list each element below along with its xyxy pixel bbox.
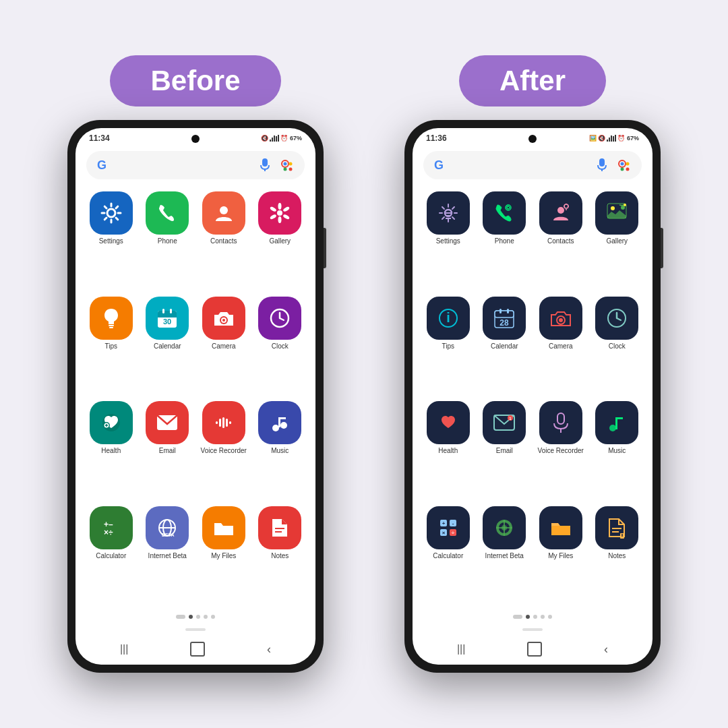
health-label-before: Health xyxy=(101,447,121,454)
app-internetbeta-before[interactable]: BETA Internet Beta xyxy=(143,506,193,605)
camera-label-before: Camera xyxy=(212,342,236,350)
calendar-label-after: Calendar xyxy=(491,342,518,350)
dot-1 xyxy=(176,615,185,619)
svg-line-15 xyxy=(104,218,107,220)
svg-line-13 xyxy=(116,218,118,220)
before-phone-screen: 11:34 🔇 ⏰ 67% G xyxy=(75,128,315,665)
app-settings-after[interactable]: Settings xyxy=(423,191,473,290)
health-icon-after xyxy=(427,401,470,444)
after-nav-home[interactable] xyxy=(527,642,542,657)
settings-icon-after xyxy=(427,191,470,235)
clock-label-after: Clock xyxy=(609,342,626,350)
app-calc-after[interactable]: + - × ÷ Calculator xyxy=(423,506,473,605)
svg-point-81 xyxy=(557,207,564,214)
dot-5 xyxy=(211,615,215,619)
app-contacts-before[interactable]: Contacts xyxy=(199,191,249,290)
myfiles-label-before: My Files xyxy=(211,552,236,559)
svg-text:+: + xyxy=(442,520,445,526)
after-phone-screen: 11:36 🖼️ 🔇 ⏰ 67% G xyxy=(413,128,653,665)
before-nav-recents[interactable]: ||| xyxy=(120,643,128,655)
svg-point-3 xyxy=(284,162,287,166)
voicerec-icon-after xyxy=(539,401,582,444)
app-contacts-after[interactable]: Contacts xyxy=(536,191,586,290)
app-calc-before[interactable]: +– ×÷ Calculator xyxy=(86,506,136,605)
svg-text:30: 30 xyxy=(163,317,171,326)
settings-label-after: Settings xyxy=(436,237,460,245)
svg-text:-: - xyxy=(452,520,454,526)
svg-line-12 xyxy=(104,206,107,208)
calendar-icon-after: 28 xyxy=(483,297,526,340)
app-voicerec-before[interactable]: Voice Recorder xyxy=(199,401,249,499)
after-nav-recents[interactable]: ||| xyxy=(457,643,465,655)
app-gallery-before[interactable]: Gallery xyxy=(255,191,305,290)
svg-point-80 xyxy=(507,206,510,209)
after-time: 11:36 xyxy=(426,133,447,143)
svg-rect-45 xyxy=(222,417,224,428)
email-label-before: Email xyxy=(159,447,176,454)
app-internetbeta-after[interactable]: Internet Beta xyxy=(480,506,530,605)
svg-text:BETA: BETA xyxy=(162,533,175,537)
svg-line-74 xyxy=(452,207,454,209)
svg-rect-112 xyxy=(615,417,623,419)
phone-label-after: Phone xyxy=(495,237,514,245)
after-mic-icon xyxy=(595,158,609,173)
notes-label-before: Notes xyxy=(271,552,289,559)
svg-text:28: 28 xyxy=(500,318,510,328)
after-side-button xyxy=(661,228,663,268)
app-health-after[interactable]: Health xyxy=(423,401,473,499)
svg-rect-126 xyxy=(551,526,570,535)
app-health-before[interactable]: Health xyxy=(86,401,136,499)
svg-point-35 xyxy=(222,319,225,322)
app-tips-before[interactable]: Tips xyxy=(86,297,136,395)
music-icon-after xyxy=(595,401,638,444)
before-search-bar[interactable]: G xyxy=(86,151,305,179)
before-nav-back[interactable]: ‹ xyxy=(267,642,271,657)
after-nav-back[interactable]: ‹ xyxy=(604,642,608,657)
app-notes-after[interactable]: Notes xyxy=(593,506,642,605)
tips-icon-before xyxy=(90,297,133,340)
app-camera-after[interactable]: Camera xyxy=(536,297,586,395)
app-calendar-before[interactable]: 30 Calendar xyxy=(143,297,193,395)
svg-line-75 xyxy=(442,217,444,219)
app-notes-before[interactable]: Notes xyxy=(255,506,305,605)
app-camera-before[interactable]: Camera xyxy=(199,297,249,395)
app-settings-before[interactable]: Settings xyxy=(86,191,136,290)
before-home-bar: ||| ‹ xyxy=(75,636,315,665)
before-side-button xyxy=(324,228,326,268)
before-app-grid: Settings Phone xyxy=(75,185,315,611)
svg-point-7 xyxy=(107,209,115,217)
contacts-label-before: Contacts xyxy=(210,237,237,245)
svg-text:i: i xyxy=(446,310,450,325)
before-camera-hole xyxy=(191,135,200,143)
app-calendar-after[interactable]: 28 Calendar xyxy=(480,297,530,395)
myfiles-icon-before xyxy=(202,506,245,549)
svg-point-48 xyxy=(272,425,279,431)
music-label-after: Music xyxy=(608,447,626,454)
after-status-icons: 🖼️ 🔇 ⏰ 67% xyxy=(589,135,639,142)
before-page-dots xyxy=(75,611,315,623)
app-myfiles-after[interactable]: My Files xyxy=(536,506,586,605)
music-label-before: Music xyxy=(271,447,289,454)
app-email-before[interactable]: Email xyxy=(143,401,193,499)
app-phone-before[interactable]: Phone xyxy=(143,191,193,290)
app-email-after[interactable]: 1 Email xyxy=(480,401,530,499)
contacts-icon-after xyxy=(539,191,582,235)
app-clock-before[interactable]: Clock xyxy=(255,297,305,395)
tips-label-after: Tips xyxy=(442,342,454,350)
app-clock-after[interactable]: Clock xyxy=(593,297,642,395)
svg-point-5 xyxy=(284,168,287,171)
app-tips-after[interactable]: i Tips xyxy=(423,297,473,395)
voicerec-label-before: Voice Recorder xyxy=(201,447,247,454)
app-music-before[interactable]: Music xyxy=(255,401,305,499)
before-nav-home[interactable] xyxy=(190,642,205,657)
dot-4 xyxy=(204,615,208,619)
svg-point-100 xyxy=(559,318,563,322)
app-voicerec-after[interactable]: Voice Recorder xyxy=(536,401,586,499)
app-myfiles-before[interactable]: My Files xyxy=(199,506,249,605)
app-music-after[interactable]: Music xyxy=(593,401,642,499)
app-phone-after[interactable]: Phone xyxy=(480,191,530,290)
after-search-bar[interactable]: G xyxy=(423,151,642,179)
app-gallery-after[interactable]: Gallery xyxy=(593,191,642,290)
myfiles-icon-after xyxy=(539,506,582,549)
health-icon-before xyxy=(90,401,133,444)
